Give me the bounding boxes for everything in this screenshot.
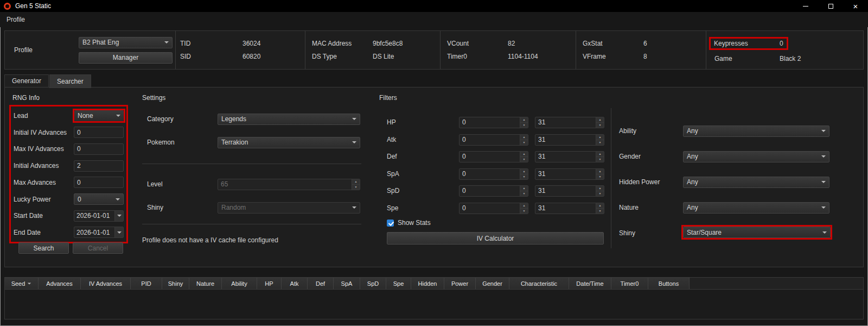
spin-down-icon[interactable]: ▼ (596, 122, 604, 128)
atk-min-spinbox[interactable]: 0▲▼ (459, 134, 528, 146)
col-header-ability[interactable]: Ability (222, 278, 257, 289)
spin-up-icon[interactable]: ▲ (596, 169, 604, 174)
spin-up-icon[interactable]: ▲ (352, 179, 360, 184)
spd-min-spinbox[interactable]: 0▲▼ (459, 185, 528, 197)
spin-up-icon[interactable]: ▲ (520, 186, 528, 191)
iv-calculator-button[interactable]: IV Calculator (387, 232, 604, 244)
col-header-pid[interactable]: PID (131, 278, 162, 289)
spin-up-icon[interactable]: ▲ (596, 152, 604, 156)
end-date-input[interactable]: 2026-01-01 (74, 227, 124, 238)
spin-down-icon[interactable]: ▼ (596, 174, 604, 179)
max-advances-value: 0 (77, 179, 81, 186)
profile-manager-button[interactable]: Manager (79, 52, 173, 64)
max-advances-input[interactable]: 0 (74, 177, 124, 188)
spin-down-icon[interactable]: ▼ (596, 156, 604, 162)
def-min-spinbox[interactable]: 0▲▼ (459, 151, 528, 162)
nature-combobox[interactable]: Any (683, 202, 829, 214)
highlight-lead: None (73, 109, 125, 123)
spin-up-icon[interactable]: ▲ (596, 117, 604, 122)
category-combobox[interactable]: Legends (218, 114, 360, 125)
spin-up-icon[interactable]: ▲ (596, 186, 604, 191)
hp-min-spinbox[interactable]: 0▲▼ (459, 117, 528, 128)
col-header-spd[interactable]: SpD (360, 278, 386, 289)
col-header-shiny[interactable]: Shiny (162, 278, 189, 289)
end-date-dropdown-button[interactable] (114, 227, 123, 237)
col-header-atk[interactable]: Atk (282, 278, 308, 289)
cancel-button[interactable]: Cancel (73, 242, 123, 254)
lucky-power-combobox[interactable]: 0 (74, 193, 124, 205)
search-button[interactable]: Search (18, 242, 69, 254)
col-header-timer0[interactable]: Timer0 (611, 278, 648, 289)
minimize-button[interactable] (793, 0, 818, 12)
def-max-spinbox[interactable]: 31▲▼ (535, 151, 604, 162)
spin-up-icon[interactable]: ▲ (520, 135, 528, 140)
level-value: 65 (218, 179, 352, 190)
spe-min-spinbox[interactable]: 0▲▼ (459, 203, 528, 214)
initial-iv-advances-input[interactable]: 0 (74, 127, 124, 138)
settings-shiny-combobox[interactable]: Random (218, 202, 360, 214)
spe-max-spinbox[interactable]: 31▲▼ (535, 203, 604, 214)
header-filler (690, 278, 863, 289)
category-label: Category (147, 115, 218, 123)
col-header-hp[interactable]: HP (257, 278, 282, 289)
gender-combobox[interactable]: Any (683, 151, 829, 162)
lead-combobox[interactable]: None (74, 110, 124, 121)
start-date-dropdown-button[interactable] (114, 211, 123, 221)
col-header-spe[interactable]: Spe (386, 278, 411, 289)
start-date-input[interactable]: 2026-01-01 (74, 210, 124, 222)
spin-down-icon[interactable]: ▼ (520, 191, 528, 196)
titlebar: Gen 5 Static × (0, 0, 868, 12)
initial-advances-input[interactable]: 2 (74, 160, 124, 172)
spin-up-icon[interactable]: ▲ (596, 203, 604, 208)
col-header-datetime[interactable]: Date/Time (569, 278, 611, 289)
ability-combobox[interactable]: Any (683, 126, 829, 137)
level-spinbox[interactable]: 65 ▲ ▼ (218, 179, 360, 190)
tab-searcher[interactable]: Searcher (49, 74, 91, 88)
spin-down-icon[interactable]: ▼ (520, 140, 528, 145)
spa-max-spinbox[interactable]: 31▲▼ (535, 168, 604, 180)
seed-sort-dropdown-icon[interactable] (28, 283, 31, 284)
spin-up-icon[interactable]: ▲ (520, 117, 528, 122)
spin-down-icon[interactable]: ▼ (596, 140, 604, 145)
col-header-nature[interactable]: Nature (189, 278, 222, 289)
col-header-hidden[interactable]: Hidden (411, 278, 444, 289)
spin-down-icon[interactable]: ▼ (520, 174, 528, 179)
spin-down-icon[interactable]: ▼ (520, 208, 528, 214)
spa-min-spinbox[interactable]: 0▲▼ (459, 168, 528, 180)
spin-down-icon[interactable]: ▼ (352, 184, 360, 190)
spin-down-icon[interactable]: ▼ (520, 122, 528, 128)
spin-up-icon[interactable]: ▲ (520, 203, 528, 208)
spin-down-icon[interactable]: ▼ (520, 156, 528, 162)
filter-shiny-combobox[interactable]: Star/Square (683, 227, 831, 238)
col-header-power[interactable]: Power (444, 278, 476, 289)
col-header-def[interactable]: Def (308, 278, 334, 289)
col-header-characteristic[interactable]: Characteristic (509, 278, 569, 289)
spin-up-icon[interactable]: ▲ (596, 135, 604, 140)
close-button[interactable]: × (843, 0, 868, 12)
col-header-advances[interactable]: Advances (39, 278, 81, 289)
pokemon-combobox[interactable]: Terrakion (218, 137, 360, 148)
max-iv-advances-input[interactable]: 0 (74, 143, 124, 155)
hidden-power-combobox[interactable]: Any (683, 177, 829, 188)
ability-value: Any (687, 127, 698, 135)
tab-generator[interactable]: Generator (4, 74, 49, 87)
spin-up-icon[interactable]: ▲ (520, 169, 528, 174)
menu-profile[interactable]: Profile (0, 14, 31, 26)
show-stats-checkbox[interactable] (387, 220, 394, 227)
hp-max-spinbox[interactable]: 31▲▼ (535, 117, 604, 128)
profile-combobox[interactable]: B2 Phat Eng (79, 37, 173, 48)
rng-info-title: RNG Info (12, 94, 40, 102)
col-header-gender[interactable]: Gender (476, 278, 509, 289)
maximize-button[interactable] (818, 0, 843, 12)
col-header-seed[interactable]: Seed (5, 278, 39, 289)
spin-down-icon[interactable]: ▼ (596, 191, 604, 196)
atk-max-spinbox[interactable]: 31▲▼ (535, 134, 604, 146)
spin-down-icon[interactable]: ▼ (596, 208, 604, 214)
col-header-iv-advances[interactable]: IV Advances (81, 278, 131, 289)
highlight-shiny: Star/Square (681, 225, 832, 240)
col-header-spa[interactable]: SpA (334, 278, 360, 289)
spd-max-spinbox[interactable]: 31▲▼ (535, 185, 604, 197)
spin-up-icon[interactable]: ▲ (520, 152, 528, 156)
chevron-down-icon (821, 181, 826, 183)
col-header-buttons[interactable]: Buttons (648, 278, 690, 289)
